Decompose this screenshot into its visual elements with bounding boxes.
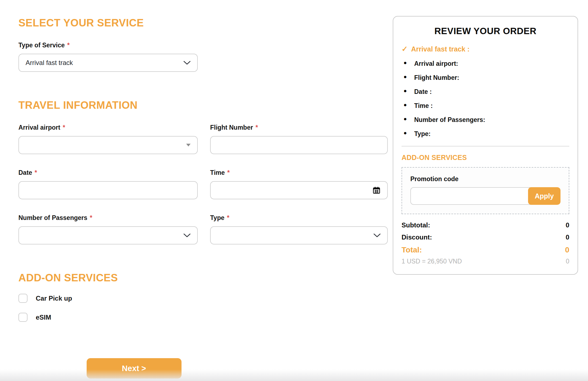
list-item: Flight Number: <box>402 75 569 81</box>
travel-fields-grid: Arrival airport * Flight Number * <box>18 124 388 244</box>
review-addon-services-heading: ADD-ON SERVICES <box>402 154 569 162</box>
required-asterisk: * <box>227 214 229 222</box>
time-input[interactable] <box>217 182 372 199</box>
chevron-down-icon <box>183 233 191 238</box>
car-pick-up-checkbox[interactable] <box>18 294 28 303</box>
chevron-down-icon <box>373 233 381 238</box>
number-of-passengers-select[interactable] <box>18 226 198 244</box>
type-of-service-selected-value: Arrival fast track <box>26 59 183 67</box>
date-label: Date * <box>18 169 198 176</box>
next-button-wrap: Next > <box>18 358 249 379</box>
time-input-wrap <box>210 181 388 199</box>
arrival-airport-select[interactable] <box>18 136 198 154</box>
exchange-rate-label: 1 USD = 26,950 VND <box>402 258 462 265</box>
addon-services-heading: ADD-ON SERVICES <box>18 272 388 284</box>
flight-number-input-wrap <box>210 136 388 154</box>
exchange-rate-row: 1 USD = 26,950 VND 0 <box>402 258 569 265</box>
esim-checkbox[interactable] <box>18 313 28 322</box>
subtotal-label: Subtotal: <box>402 221 430 229</box>
car-pick-up-label: Car Pick up <box>36 295 72 302</box>
arrival-airport-label: Arrival airport * <box>18 124 198 131</box>
list-item: Time : <box>402 103 569 109</box>
next-button[interactable]: Next > <box>87 358 182 379</box>
triangle-down-icon <box>186 144 191 146</box>
total-value: 0 <box>565 246 569 254</box>
flight-number-label: Flight Number * <box>210 124 388 131</box>
required-asterisk: * <box>227 169 230 176</box>
apply-button[interactable]: Apply <box>528 187 560 205</box>
time-label-text: Time <box>210 169 225 176</box>
booking-page: SELECT YOUR SERVICE Type of Service * Ar… <box>0 0 588 381</box>
type-label-text: Type <box>210 214 224 222</box>
required-asterisk: * <box>90 214 92 222</box>
select-service-heading: SELECT YOUR SERVICE <box>18 17 388 29</box>
type-select[interactable] <box>210 226 388 244</box>
total-label: Total: <box>402 246 422 254</box>
subtotal-row: Subtotal: 0 <box>402 221 569 229</box>
required-asterisk: * <box>35 169 37 176</box>
time-field: Time * <box>210 169 388 199</box>
esim-label: eSIM <box>36 314 51 321</box>
exchange-rate-value: 0 <box>566 258 569 265</box>
divider <box>402 146 569 146</box>
review-order-card: REVIEW YOUR ORDER ✓ Arrival fast track :… <box>393 16 578 275</box>
type-of-service-select[interactable]: Arrival fast track <box>18 54 198 72</box>
type-of-service-label: Type of Service * <box>18 42 388 49</box>
number-of-passengers-label: Number of Passengers * <box>18 214 198 222</box>
review-service-name: Arrival fast track : <box>411 45 470 53</box>
promotion-code-input[interactable] <box>410 187 531 205</box>
number-of-passengers-field: Number of Passengers * <box>18 214 198 244</box>
subtotal-value: 0 <box>566 221 569 229</box>
promotion-code-group: Apply <box>410 187 560 205</box>
arrival-airport-label-text: Arrival airport <box>18 124 60 131</box>
discount-label: Discount: <box>402 233 432 241</box>
time-label: Time * <box>210 169 388 176</box>
promotion-code-label: Promotion code <box>410 175 560 183</box>
flight-number-input[interactable] <box>217 137 381 154</box>
review-summary-list: Arrival airport: Flight Number: Date : T… <box>402 61 569 137</box>
review-order-title: REVIEW YOUR ORDER <box>402 26 569 36</box>
addon-option-car-pick-up: Car Pick up <box>18 294 388 303</box>
number-of-passengers-label-text: Number of Passengers <box>18 214 87 222</box>
addon-option-esim: eSIM <box>18 313 388 322</box>
type-of-service-label-text: Type of Service <box>18 42 65 49</box>
type-field: Type * <box>210 214 388 244</box>
list-item: Arrival airport: <box>402 61 569 67</box>
review-service-line: ✓ Arrival fast track : <box>402 45 569 53</box>
discount-row: Discount: 0 <box>402 233 569 241</box>
order-totals: Subtotal: 0 Discount: 0 Total: 0 1 USD =… <box>402 221 569 265</box>
required-asterisk: * <box>63 124 65 131</box>
travel-information-heading: TRAVEL INFORMATION <box>18 99 388 111</box>
list-item: Date : <box>402 89 569 95</box>
date-field: Date * <box>18 169 198 199</box>
required-asterisk: * <box>255 124 258 131</box>
list-item: Type: <box>402 131 569 137</box>
date-input-wrap <box>18 181 198 199</box>
list-item: Number of Passengers: <box>402 117 569 123</box>
date-input[interactable] <box>26 182 191 199</box>
chevron-down-icon <box>183 61 191 65</box>
booking-form: SELECT YOUR SERVICE Type of Service * Ar… <box>18 0 388 379</box>
total-row: Total: 0 <box>402 246 569 254</box>
flight-number-field: Flight Number * <box>210 124 388 154</box>
checkmark-icon: ✓ <box>402 45 408 53</box>
date-label-text: Date <box>18 169 32 176</box>
discount-value: 0 <box>566 233 569 241</box>
type-label: Type * <box>210 214 388 222</box>
required-asterisk: * <box>67 42 70 49</box>
calendar-icon[interactable] <box>372 186 381 194</box>
arrival-airport-field: Arrival airport * <box>18 124 198 154</box>
promotion-code-box: Promotion code Apply <box>402 167 569 214</box>
flight-number-label-text: Flight Number <box>210 124 253 131</box>
